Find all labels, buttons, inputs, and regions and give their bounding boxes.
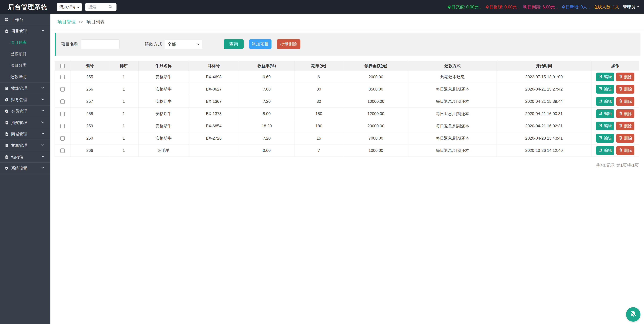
delete-label: 删除 xyxy=(624,136,632,141)
cell-rate: 7.08 xyxy=(239,83,295,95)
delete-button[interactable]: 删除 xyxy=(616,85,634,94)
sidebar-item-workbench[interactable]: 工作台 xyxy=(0,14,50,25)
sidebar-item-article-mgmt[interactable]: 文章管理 xyxy=(0,140,50,151)
edit-icon xyxy=(598,99,602,104)
edit-button[interactable]: 编辑 xyxy=(596,97,614,106)
pagination-segment: 条记录 xyxy=(602,163,616,167)
column-header-ear-tag: 耳标号 xyxy=(189,61,239,71)
edit-label: 编辑 xyxy=(604,86,612,92)
sidebar-subitem-repayment-detail[interactable]: 还款详情 xyxy=(0,71,50,82)
delete-button[interactable]: 删除 xyxy=(616,146,634,155)
cell-start-time: 2020-04-23 13:43:41 xyxy=(496,132,592,144)
row-checkbox[interactable] xyxy=(60,112,65,116)
delete-button[interactable]: 删除 xyxy=(616,72,634,81)
cell-start-time: 2020-04-21 16:00:31 xyxy=(496,108,592,120)
cell-actions: 编辑删除 xyxy=(592,71,639,83)
sidebar-item-label: 财务管理 xyxy=(11,97,27,102)
chevron-up-icon xyxy=(41,28,45,34)
edit-button[interactable]: 编辑 xyxy=(596,109,614,118)
cell-cow-name: 安格斯牛 xyxy=(138,120,189,132)
cell-checkbox xyxy=(55,71,70,83)
delete-button[interactable]: 删除 xyxy=(616,134,634,143)
sidebar-item-label: 工作台 xyxy=(11,17,23,22)
column-header-days: 期限(天) xyxy=(295,61,343,71)
sidebar-item-finance-mgmt[interactable]: ¥ 财务管理 xyxy=(0,94,50,105)
sidebar-item-ranch-mgmt[interactable]: 牧场管理 xyxy=(0,83,50,94)
delete-button[interactable]: 删除 xyxy=(616,122,634,130)
sidebar-item-project-mgmt[interactable]: 项目管理 xyxy=(0,25,50,37)
add-project-button[interactable]: 添加项目 xyxy=(249,39,272,49)
delete-button[interactable]: 删除 xyxy=(616,109,634,118)
sidebar-item-lottery-mgmt[interactable]: 抽奖管理 xyxy=(0,117,50,128)
row-checkbox[interactable] xyxy=(60,87,65,91)
dashboard-icon xyxy=(5,18,9,22)
edit-label: 编辑 xyxy=(604,148,612,153)
sidebar-subitem-project-list[interactable]: 项目列表 xyxy=(0,37,50,48)
stat-online-count: 在线人数: 1人 xyxy=(594,4,619,10)
row-checkbox[interactable] xyxy=(60,99,65,104)
breadcrumb-parent-link[interactable]: 项目管理 xyxy=(58,19,76,25)
query-button[interactable]: 查询 xyxy=(224,39,244,49)
edit-button[interactable]: 编辑 xyxy=(596,134,614,143)
edit-button[interactable]: 编辑 xyxy=(596,85,614,94)
column-header-id: 编号 xyxy=(70,61,109,71)
repay-method-select[interactable]: 全部 xyxy=(165,39,202,49)
module-select[interactable]: 流水记录 xyxy=(57,3,82,11)
cell-id: 260 xyxy=(70,132,109,144)
search-icon xyxy=(108,4,113,10)
column-header-repay: 还款方式 xyxy=(409,61,496,71)
search-input[interactable] xyxy=(88,4,108,9)
batch-delete-button[interactable]: 批量删除 xyxy=(277,39,300,49)
pagination-number: 1 xyxy=(620,163,623,167)
row-checkbox[interactable] xyxy=(60,124,65,128)
stat-due-tomorrow: 明日到期: 6.00元， xyxy=(523,4,559,10)
project-table: 编号 排序 牛只名称 耳标号 收益率(%) 期限(天) 领养金额(元) 还款方式… xyxy=(55,61,639,157)
edit-button[interactable]: 编辑 xyxy=(596,72,614,81)
delete-button[interactable]: 删除 xyxy=(616,97,634,106)
sidebar-item-system-settings[interactable]: 系统设置 xyxy=(0,163,50,174)
breadcrumb: 项目管理 >> 项目列表 xyxy=(50,14,644,30)
select-all-checkbox[interactable] xyxy=(60,64,65,68)
chevron-down-icon xyxy=(41,120,45,125)
project-name-input[interactable] xyxy=(81,39,120,49)
admin-menu[interactable]: 管理员 xyxy=(623,4,640,10)
cell-ear-tag: BX-0627 xyxy=(189,83,239,95)
main-content: 项目管理 >> 项目列表 项目名称 还款方式 全部 查询 添加项目 批量删除 xyxy=(50,14,644,324)
cell-rate: 18.20 xyxy=(239,120,295,132)
cell-id: 255 xyxy=(70,71,109,83)
sidebar-item-member-mgmt[interactable]: V 会员管理 xyxy=(0,105,50,117)
edit-button[interactable]: 编辑 xyxy=(596,122,614,130)
sidebar-subitem-project-category[interactable]: 项目分类 xyxy=(0,60,50,71)
delete-label: 删除 xyxy=(624,111,632,116)
repay-method-select-wrap: 全部 xyxy=(165,39,202,49)
cell-start-time: 2020-10-26 14:12:40 xyxy=(496,144,592,157)
gear-icon xyxy=(5,166,9,170)
mute-notifications-button[interactable] xyxy=(626,307,640,322)
cell-amount: 12000.00 xyxy=(343,108,409,120)
document-icon xyxy=(5,121,9,125)
edit-button[interactable]: 编辑 xyxy=(596,146,614,155)
column-header-actions: 操作 xyxy=(592,61,639,71)
topbar-search-box xyxy=(85,3,116,11)
row-checkbox[interactable] xyxy=(60,75,65,79)
project-table-wrap: 编号 排序 牛只名称 耳标号 收益率(%) 期限(天) 领养金额(元) 还款方式… xyxy=(55,61,640,157)
cell-repay: 每日返息,到期还本 xyxy=(409,120,496,132)
cell-repay: 每日返息,到期还本 xyxy=(409,95,496,108)
cell-actions: 编辑删除 xyxy=(592,83,639,95)
cell-amount: 10000.00 xyxy=(343,95,409,108)
cell-id: 256 xyxy=(70,83,109,95)
chevron-down-icon xyxy=(636,4,640,9)
edit-label: 编辑 xyxy=(604,99,612,104)
sidebar-item-label: 抽奖管理 xyxy=(11,120,27,125)
sidebar-item-site-message[interactable]: 站内信 xyxy=(0,151,50,163)
sidebar-item-mall-mgmt[interactable]: 商城管理 xyxy=(0,128,50,140)
row-checkbox[interactable] xyxy=(60,136,65,141)
sidebar-subitem-invested-projects[interactable]: 已投项目 xyxy=(0,48,50,60)
sidebar-item-label: 文章管理 xyxy=(11,143,27,148)
edit-icon xyxy=(598,74,602,79)
edit-icon xyxy=(598,123,602,128)
cell-checkbox xyxy=(55,95,70,108)
delete-label: 删除 xyxy=(624,123,632,129)
cell-repay: 每日返息,到期还本 xyxy=(409,144,496,157)
row-checkbox[interactable] xyxy=(60,148,65,153)
